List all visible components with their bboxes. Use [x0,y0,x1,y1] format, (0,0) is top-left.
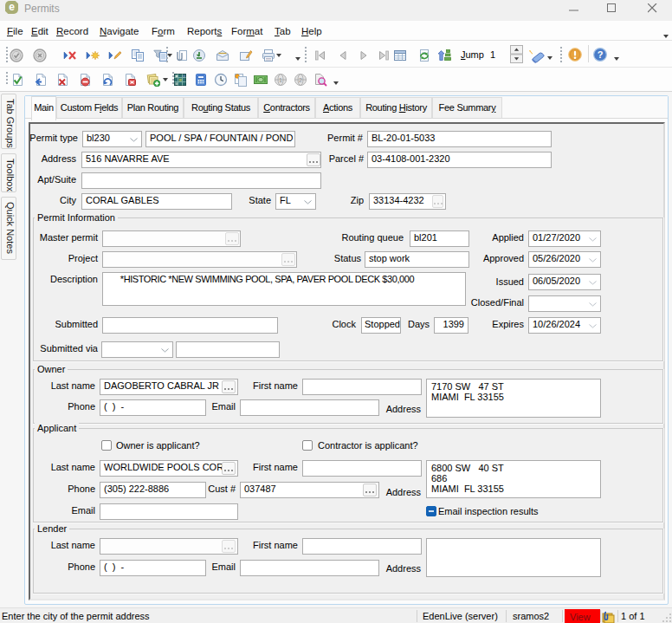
svg-text:2: 2 [299,77,302,83]
svg-text:1: 1 [279,77,282,83]
svg-text:?: ? [598,49,604,60]
